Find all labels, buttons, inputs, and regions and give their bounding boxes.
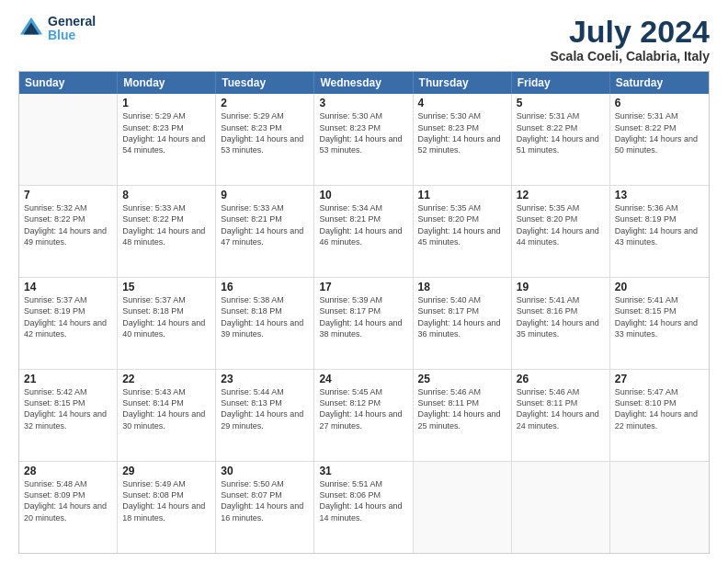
cell-info: Sunrise: 5:46 AM Sunset: 8:11 PM Dayligh…: [418, 386, 506, 431]
day-number: 10: [319, 189, 407, 201]
calendar-cell: 30Sunrise: 5:50 AM Sunset: 8:07 PM Dayli…: [216, 462, 314, 553]
calendar-header-cell: Sunday: [19, 72, 118, 94]
calendar-cell: 4Sunrise: 5:30 AM Sunset: 8:23 PM Daylig…: [414, 94, 512, 185]
calendar-cell: 10Sunrise: 5:34 AM Sunset: 8:21 PM Dayli…: [314, 186, 413, 277]
calendar-week-row: 1Sunrise: 5:29 AM Sunset: 8:23 PM Daylig…: [19, 94, 709, 186]
cell-info: Sunrise: 5:37 AM Sunset: 8:18 PM Dayligh…: [122, 294, 210, 339]
calendar-header-cell: Friday: [512, 72, 610, 94]
day-number: 13: [615, 189, 704, 201]
day-number: 1: [122, 97, 210, 109]
title-block: July 2024 Scala Coeli, Calabria, Italy: [550, 15, 710, 63]
calendar-header-cell: Thursday: [414, 72, 512, 94]
logo: General Blue: [18, 15, 96, 43]
calendar-cell: 20Sunrise: 5:41 AM Sunset: 8:15 PM Dayli…: [610, 278, 709, 369]
day-number: 20: [615, 281, 704, 293]
calendar-cell: 9Sunrise: 5:33 AM Sunset: 8:21 PM Daylig…: [216, 186, 314, 277]
calendar-cell: 7Sunrise: 5:32 AM Sunset: 8:22 PM Daylig…: [19, 186, 118, 277]
cell-info: Sunrise: 5:31 AM Sunset: 8:22 PM Dayligh…: [517, 110, 605, 155]
calendar-cell: 1Sunrise: 5:29 AM Sunset: 8:23 PM Daylig…: [118, 94, 216, 185]
calendar-cell: 12Sunrise: 5:35 AM Sunset: 8:20 PM Dayli…: [512, 186, 610, 277]
day-number: 17: [319, 281, 407, 293]
calendar-header-cell: Saturday: [610, 72, 709, 94]
cell-info: Sunrise: 5:43 AM Sunset: 8:14 PM Dayligh…: [122, 386, 210, 431]
cell-info: Sunrise: 5:48 AM Sunset: 8:09 PM Dayligh…: [24, 478, 112, 523]
calendar-cell: 18Sunrise: 5:40 AM Sunset: 8:17 PM Dayli…: [414, 278, 512, 369]
calendar-cell: 26Sunrise: 5:46 AM Sunset: 8:11 PM Dayli…: [512, 370, 610, 461]
calendar-cell: 24Sunrise: 5:45 AM Sunset: 8:12 PM Dayli…: [314, 370, 413, 461]
cell-info: Sunrise: 5:37 AM Sunset: 8:19 PM Dayligh…: [24, 294, 112, 339]
day-number: 27: [615, 373, 704, 385]
calendar-cell: [414, 462, 512, 553]
calendar-week-row: 7Sunrise: 5:32 AM Sunset: 8:22 PM Daylig…: [19, 186, 709, 278]
calendar-cell: 23Sunrise: 5:44 AM Sunset: 8:13 PM Dayli…: [216, 370, 314, 461]
day-number: 4: [418, 97, 506, 109]
cell-info: Sunrise: 5:46 AM Sunset: 8:11 PM Dayligh…: [517, 386, 605, 431]
main-title: July 2024: [550, 15, 710, 49]
day-number: 9: [221, 189, 309, 201]
calendar-cell: 31Sunrise: 5:51 AM Sunset: 8:06 PM Dayli…: [314, 462, 413, 553]
calendar-header-cell: Monday: [118, 72, 216, 94]
cell-info: Sunrise: 5:29 AM Sunset: 8:23 PM Dayligh…: [221, 110, 309, 155]
day-number: 11: [418, 189, 506, 201]
calendar-cell: 19Sunrise: 5:41 AM Sunset: 8:16 PM Dayli…: [512, 278, 610, 369]
calendar-cell: 16Sunrise: 5:38 AM Sunset: 8:18 PM Dayli…: [216, 278, 314, 369]
day-number: 2: [221, 97, 309, 109]
cell-info: Sunrise: 5:34 AM Sunset: 8:21 PM Dayligh…: [319, 202, 407, 247]
day-number: 23: [221, 373, 309, 385]
day-number: 3: [319, 97, 407, 109]
cell-info: Sunrise: 5:33 AM Sunset: 8:22 PM Dayligh…: [122, 202, 210, 247]
page: General Blue July 2024 Scala Coeli, Cala…: [0, 0, 728, 563]
cell-info: Sunrise: 5:32 AM Sunset: 8:22 PM Dayligh…: [24, 202, 112, 247]
cell-info: Sunrise: 5:51 AM Sunset: 8:06 PM Dayligh…: [319, 478, 407, 523]
calendar-cell: 6Sunrise: 5:31 AM Sunset: 8:22 PM Daylig…: [610, 94, 709, 185]
day-number: 26: [517, 373, 605, 385]
calendar-cell: 13Sunrise: 5:36 AM Sunset: 8:19 PM Dayli…: [610, 186, 709, 277]
calendar-cell: 29Sunrise: 5:49 AM Sunset: 8:08 PM Dayli…: [118, 462, 216, 553]
cell-info: Sunrise: 5:42 AM Sunset: 8:15 PM Dayligh…: [24, 386, 112, 431]
calendar-cell: [610, 462, 709, 553]
day-number: 30: [221, 465, 309, 477]
cell-info: Sunrise: 5:41 AM Sunset: 8:15 PM Dayligh…: [615, 294, 704, 339]
cell-info: Sunrise: 5:41 AM Sunset: 8:16 PM Dayligh…: [517, 294, 605, 339]
calendar-cell: 8Sunrise: 5:33 AM Sunset: 8:22 PM Daylig…: [118, 186, 216, 277]
day-number: 5: [517, 97, 605, 109]
logo-text: General Blue: [48, 15, 96, 43]
cell-info: Sunrise: 5:44 AM Sunset: 8:13 PM Dayligh…: [221, 386, 309, 431]
day-number: 21: [24, 373, 112, 385]
cell-info: Sunrise: 5:33 AM Sunset: 8:21 PM Dayligh…: [221, 202, 309, 247]
cell-info: Sunrise: 5:39 AM Sunset: 8:17 PM Dayligh…: [319, 294, 407, 339]
cell-info: Sunrise: 5:30 AM Sunset: 8:23 PM Dayligh…: [319, 110, 407, 155]
calendar-cell: 22Sunrise: 5:43 AM Sunset: 8:14 PM Dayli…: [118, 370, 216, 461]
day-number: 8: [122, 189, 210, 201]
calendar: SundayMondayTuesdayWednesdayThursdayFrid…: [18, 71, 710, 554]
calendar-cell: [512, 462, 610, 553]
day-number: 14: [24, 281, 112, 293]
calendar-cell: [19, 94, 118, 185]
calendar-cell: 17Sunrise: 5:39 AM Sunset: 8:17 PM Dayli…: [314, 278, 413, 369]
calendar-cell: 15Sunrise: 5:37 AM Sunset: 8:18 PM Dayli…: [118, 278, 216, 369]
subtitle: Scala Coeli, Calabria, Italy: [550, 49, 710, 63]
calendar-cell: 3Sunrise: 5:30 AM Sunset: 8:23 PM Daylig…: [314, 94, 413, 185]
calendar-cell: 27Sunrise: 5:47 AM Sunset: 8:10 PM Dayli…: [610, 370, 709, 461]
cell-info: Sunrise: 5:35 AM Sunset: 8:20 PM Dayligh…: [418, 202, 506, 247]
day-number: 7: [24, 189, 112, 201]
day-number: 12: [517, 189, 605, 201]
header: General Blue July 2024 Scala Coeli, Cala…: [18, 15, 710, 63]
day-number: 24: [319, 373, 407, 385]
cell-info: Sunrise: 5:31 AM Sunset: 8:22 PM Dayligh…: [615, 110, 704, 155]
day-number: 15: [122, 281, 210, 293]
cell-info: Sunrise: 5:47 AM Sunset: 8:10 PM Dayligh…: [615, 386, 704, 431]
calendar-cell: 28Sunrise: 5:48 AM Sunset: 8:09 PM Dayli…: [19, 462, 118, 553]
calendar-header: SundayMondayTuesdayWednesdayThursdayFrid…: [19, 72, 709, 94]
calendar-header-cell: Tuesday: [216, 72, 314, 94]
calendar-cell: 21Sunrise: 5:42 AM Sunset: 8:15 PM Dayli…: [19, 370, 118, 461]
calendar-header-cell: Wednesday: [314, 72, 413, 94]
day-number: 22: [122, 373, 210, 385]
cell-info: Sunrise: 5:49 AM Sunset: 8:08 PM Dayligh…: [122, 478, 210, 523]
day-number: 28: [24, 465, 112, 477]
calendar-cell: 2Sunrise: 5:29 AM Sunset: 8:23 PM Daylig…: [216, 94, 314, 185]
cell-info: Sunrise: 5:30 AM Sunset: 8:23 PM Dayligh…: [418, 110, 506, 155]
cell-info: Sunrise: 5:29 AM Sunset: 8:23 PM Dayligh…: [122, 110, 210, 155]
day-number: 19: [517, 281, 605, 293]
calendar-week-row: 14Sunrise: 5:37 AM Sunset: 8:19 PM Dayli…: [19, 278, 709, 370]
